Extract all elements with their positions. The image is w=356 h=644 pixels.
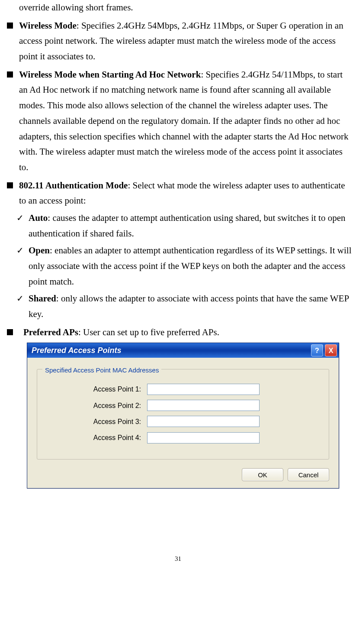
ap3-label: Access Point 3:: [46, 416, 147, 427]
ap3-input[interactable]: [147, 416, 260, 427]
check-open: ✓ Open: enables an adapter to attempt au…: [16, 243, 352, 289]
ap2-input[interactable]: [147, 400, 260, 411]
check-icon: ✓: [16, 210, 29, 241]
para-override: override allowing short frames.: [19, 0, 352, 16]
desc: : enables an adapter to attempt authenti…: [29, 245, 352, 286]
bullet-auth-mode: 802.11 Authentication Mode: Select what …: [4, 178, 352, 209]
bullet-text: Wireless Mode when Starting Ad Hoc Netwo…: [19, 67, 352, 175]
ap1-row: Access Point 1:: [46, 383, 320, 395]
page-number: 31: [4, 553, 352, 573]
term: Wireless Mode when Starting Ad Hoc Netwo…: [19, 69, 201, 80]
ok-button[interactable]: OK: [242, 468, 283, 481]
ap4-row: Access Point 4:: [46, 432, 320, 443]
square-bullet-icon: [7, 182, 13, 188]
bullet-preferred-aps: Preferred APs: User can set up to five p…: [4, 325, 352, 340]
term: Auto: [29, 213, 48, 223]
ap4-input[interactable]: [147, 432, 260, 443]
ap4-label: Access Point 4:: [46, 432, 147, 443]
mac-address-groupbox: Specified Access Point MAC Addresses Acc…: [37, 369, 329, 460]
check-text: Open: enables an adapter to attempt auth…: [29, 243, 352, 289]
help-icon[interactable]: ?: [311, 344, 323, 356]
bullet-wireless-mode: Wireless Mode: Specifies 2.4GHz 54Mbps, …: [4, 18, 352, 65]
desc: : only allows the adapter to associate w…: [29, 293, 349, 319]
term: Shared: [29, 293, 56, 304]
ap2-label: Access Point 2:: [46, 400, 147, 411]
check-shared: ✓ Shared: only allows the adapter to ass…: [16, 291, 352, 322]
check-auto: ✓ Auto: causes the adapter to attempt au…: [16, 210, 352, 241]
cancel-button[interactable]: Cancel: [288, 468, 329, 481]
dialog-footer: OK Cancel: [37, 468, 329, 481]
desc: : User can set up to five preferred APs.: [78, 327, 219, 337]
preferred-aps-dialog: Preferred Access Points ? X Specified Ac…: [27, 343, 339, 489]
desc: : Specifies 2.4GHz 54/11Mbps, to start a…: [19, 69, 349, 172]
ap2-row: Access Point 2:: [46, 400, 320, 411]
term: Open: [29, 245, 50, 256]
bullet-text: Wireless Mode: Specifies 2.4GHz 54Mbps, …: [19, 18, 352, 65]
check-text: Auto: causes the adapter to attempt auth…: [29, 210, 352, 241]
ap3-row: Access Point 3:: [46, 416, 320, 427]
square-bullet-icon: [7, 71, 13, 78]
bullet-text: 802.11 Authentication Mode: Select what …: [19, 178, 352, 209]
ap1-label: Access Point 1:: [46, 383, 147, 395]
titlebar-buttons: ? X: [311, 344, 337, 356]
check-text: Shared: only allows the adapter to assoc…: [29, 291, 352, 322]
term: Wireless Mode: [19, 20, 77, 31]
dialog-body: Specified Access Point MAC Addresses Acc…: [27, 358, 339, 488]
dialog-titlebar[interactable]: Preferred Access Points ? X: [27, 343, 339, 358]
check-icon: ✓: [16, 291, 29, 322]
check-icon: ✓: [16, 243, 29, 289]
dialog-title: Preferred Access Points: [32, 344, 311, 357]
square-bullet-icon: [7, 23, 13, 29]
bullet-text: Preferred APs: User can set up to five p…: [19, 325, 352, 340]
groupbox-legend: Specified Access Point MAC Addresses: [42, 365, 161, 376]
close-icon[interactable]: X: [325, 344, 337, 356]
term: Preferred APs: [23, 327, 78, 337]
ap1-input[interactable]: [147, 384, 260, 395]
term: 802.11 Authentication Mode: [19, 180, 128, 191]
desc: : causes the adapter to attempt authenti…: [29, 213, 346, 239]
bullet-wireless-mode-adhoc: Wireless Mode when Starting Ad Hoc Netwo…: [4, 67, 352, 175]
square-bullet-icon: [7, 329, 13, 335]
